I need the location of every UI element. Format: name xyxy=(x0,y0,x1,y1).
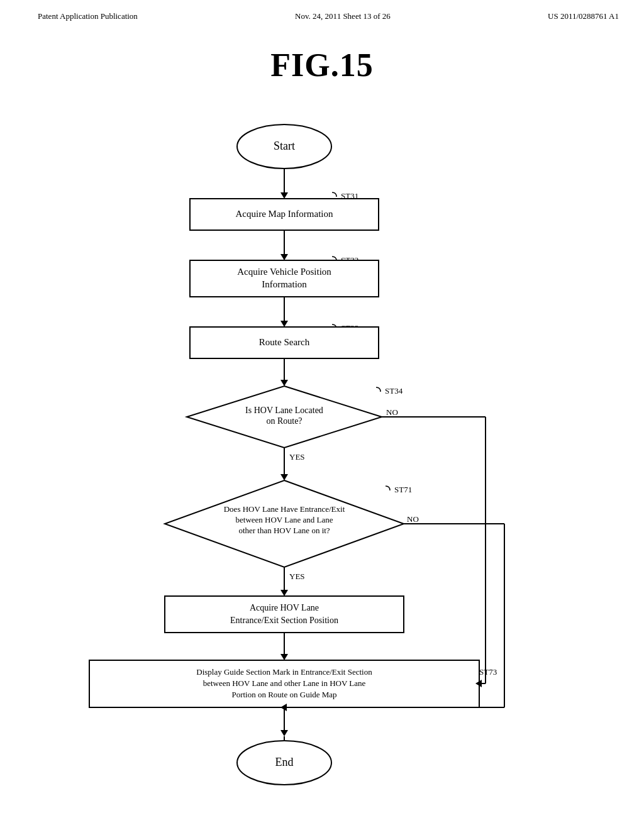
svg-marker-31 xyxy=(280,730,288,736)
st34-label: ST34 xyxy=(385,386,403,396)
header-center: Nov. 24, 2011 Sheet 13 of 26 xyxy=(295,11,391,21)
svg-marker-17 xyxy=(280,590,288,596)
page-header: Patent Application Publication Nov. 24, … xyxy=(0,0,644,28)
svg-rect-18 xyxy=(165,596,404,633)
svg-marker-14 xyxy=(280,474,288,480)
svg-marker-11 xyxy=(280,380,288,386)
flowchart-diagram: Start ST31 Acquire Map Information ST32 … xyxy=(52,109,592,826)
end-label: End xyxy=(275,756,294,768)
st71-line1: Does HOV Lane Have Entrance/Exit xyxy=(224,504,345,514)
st73-line2: between HOV Lane and other Lane in HOV L… xyxy=(203,678,366,688)
st34-diamond-line1: Is HOV Lane Located xyxy=(245,406,323,415)
st72-line1: Acquire HOV Lane xyxy=(250,603,319,612)
header-right: US 2011/0288761 A1 xyxy=(548,11,619,21)
st32-text-line1: Acquire Vehicle Position xyxy=(237,267,331,277)
st73-line1: Display Guide Section Mark in Entrance/E… xyxy=(196,667,372,677)
svg-marker-20 xyxy=(280,654,288,660)
header-left: Patent Application Publication xyxy=(38,11,138,21)
st31-text: Acquire Map Information xyxy=(236,209,333,219)
st33-text: Route Search xyxy=(259,337,310,347)
st71-label: ST71 xyxy=(394,485,412,494)
st34-yes: YES xyxy=(289,452,305,462)
svg-marker-8 xyxy=(280,321,288,327)
st32-text-line2: Information xyxy=(262,279,307,289)
svg-marker-5 xyxy=(280,254,288,260)
svg-rect-6 xyxy=(190,260,379,297)
st73-label: ST73 xyxy=(479,667,497,677)
st71-yes: YES xyxy=(289,572,305,581)
figure-title: FIG.15 xyxy=(0,47,644,84)
st34-diamond-line2: on Route? xyxy=(266,416,302,426)
st71-no: NO xyxy=(407,514,419,524)
svg-marker-2 xyxy=(280,192,288,199)
st71-line2: between HOV Lane and Lane xyxy=(236,515,333,524)
st71-line3: other than HOV Lane on it? xyxy=(238,526,330,535)
st73-line3: Portion on Route on Guide Map xyxy=(231,690,336,699)
st34-no: NO xyxy=(386,407,398,417)
start-label: Start xyxy=(274,140,295,152)
st72-line2: Entrance/Exit Section Position xyxy=(230,616,338,625)
